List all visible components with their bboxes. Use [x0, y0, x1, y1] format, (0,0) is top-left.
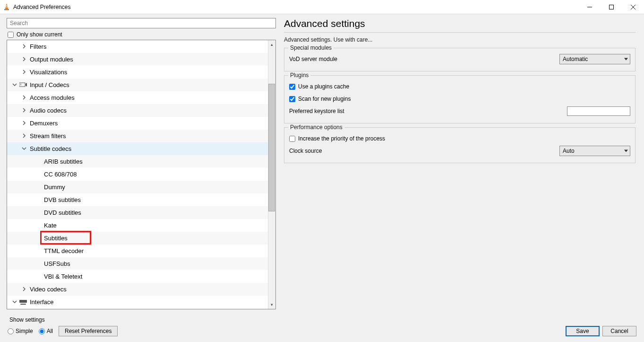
tree-item[interactable]: Subtitle codecs — [7, 142, 268, 155]
chevron-right-icon[interactable] — [20, 44, 28, 50]
tree-item[interactable]: TTML decoder — [7, 245, 268, 257]
tree-item[interactable]: Video codecs — [7, 283, 268, 296]
simple-radio-wrap[interactable]: Simple — [8, 328, 33, 334]
increase-priority-label: Increase the priority of the process — [298, 135, 385, 142]
group-special-modules-legend: Special modules — [288, 44, 334, 51]
chevron-right-icon[interactable] — [20, 70, 28, 75]
input-codecs-icon — [19, 82, 27, 89]
chevron-right-icon[interactable] — [20, 57, 28, 62]
show-settings-label: Show settings — [9, 316, 636, 323]
chevron-down-icon[interactable] — [11, 82, 18, 88]
footer: Show settings Simple All Reset Preferenc… — [0, 314, 644, 342]
svg-rect-3 — [4, 9, 9, 10]
page-subtitle: Advanced settings. Use with care... — [284, 36, 635, 43]
group-plugins-legend: Plugins — [288, 72, 310, 79]
window-controls — [579, 0, 644, 14]
svg-rect-9 — [20, 84, 21, 84]
tree-item-label: CC 608/708 — [44, 171, 77, 178]
tree-item[interactable]: Subtitles — [7, 232, 268, 245]
tree-item[interactable]: Demuxers — [7, 117, 268, 130]
tree-item-label: Interface — [30, 298, 54, 306]
tree-scrollbar-thumb[interactable] — [268, 84, 275, 211]
chevron-down-icon[interactable] — [20, 146, 28, 152]
group-performance: Performance options Increase the priorit… — [284, 127, 635, 163]
tree-item[interactable]: DVB subtitles — [7, 193, 268, 206]
reset-preferences-button[interactable]: Reset Preferences — [59, 326, 118, 336]
chevron-right-icon[interactable] — [20, 287, 28, 292]
save-button[interactable]: Save — [566, 326, 600, 336]
tree-item-label: Subtitles — [44, 235, 68, 242]
chevron-down-icon[interactable] — [11, 299, 18, 305]
tree-item[interactable]: Access modules — [7, 91, 268, 104]
tree-item[interactable]: Interface — [7, 296, 268, 308]
tree-scroll-up[interactable]: ▴ — [268, 41, 275, 48]
chevron-right-icon[interactable] — [20, 95, 28, 101]
tree-item-label: DVD subtitles — [44, 209, 81, 216]
tree-item[interactable]: Visualizations — [7, 66, 268, 79]
group-performance-legend: Performance options — [288, 124, 344, 131]
maximize-button[interactable] — [601, 0, 622, 14]
tree-item-label: USFSubs — [44, 260, 70, 267]
clock-source-value: Auto — [563, 148, 575, 154]
keystore-label: Preferred keystore list — [289, 108, 344, 114]
tree-item-label: Audio codecs — [30, 107, 67, 114]
svg-rect-1 — [6, 5, 8, 6]
divider — [284, 32, 635, 33]
clock-source-label: Clock source — [289, 148, 322, 154]
cancel-button[interactable]: Cancel — [602, 326, 636, 336]
tree-item[interactable]: ARIB subtitles — [7, 155, 268, 168]
tree-scroll-down[interactable]: ▾ — [268, 301, 275, 308]
use-plugins-cache-label: Use a plugins cache — [298, 83, 349, 90]
left-panel: Only show current FiltersOutput modulesV… — [0, 14, 276, 312]
svg-rect-8 — [19, 83, 25, 87]
tree-item[interactable]: Stream filters — [7, 130, 268, 142]
right-panel: Advanced settings Advanced settings. Use… — [276, 14, 644, 312]
close-button[interactable] — [622, 0, 644, 14]
chevron-right-icon[interactable] — [20, 121, 28, 126]
tree-item-label: ARIB subtitles — [44, 158, 83, 165]
only-show-current-checkbox[interactable] — [8, 32, 14, 38]
interface-icon — [19, 299, 27, 306]
clock-source-select[interactable]: Auto — [559, 146, 630, 156]
vod-server-select[interactable]: Automatic — [559, 54, 630, 64]
tree-item-label: Visualizations — [30, 69, 67, 76]
tree-item[interactable]: DVD subtitles — [7, 206, 268, 219]
chevron-right-icon[interactable] — [20, 108, 28, 114]
tree-item-label: TTML decoder — [44, 247, 84, 254]
keystore-input[interactable] — [567, 106, 630, 116]
tree-item-label: Dummy — [44, 184, 65, 191]
search-input[interactable] — [7, 18, 276, 28]
tree-item-label: Demuxers — [30, 120, 58, 127]
tree-item[interactable]: Kate — [7, 219, 268, 232]
tree-item[interactable]: Dummy — [7, 181, 268, 193]
tree-item[interactable]: VBI & Teletext — [7, 270, 268, 283]
tree-item[interactable]: CC 608/708 — [7, 168, 268, 181]
svg-rect-5 — [610, 5, 614, 9]
group-special-modules: Special modules VoD server module Automa… — [284, 48, 635, 71]
tree-container: FiltersOutput modulesVisualizationsInput… — [7, 40, 276, 309]
use-plugins-cache-checkbox[interactable] — [289, 84, 295, 90]
svg-marker-11 — [26, 83, 27, 87]
chevron-right-icon[interactable] — [20, 133, 28, 139]
svg-rect-12 — [19, 300, 27, 303]
all-radio-label: All — [47, 328, 53, 334]
window-title: Advanced Preferences — [13, 4, 70, 10]
tree-item[interactable]: USFSubs — [7, 257, 268, 270]
tree-item-label: Video codecs — [30, 286, 67, 293]
minimize-button[interactable] — [579, 0, 601, 14]
simple-radio-label: Simple — [16, 328, 33, 334]
scan-new-plugins-checkbox[interactable] — [289, 96, 295, 102]
tree-item[interactable]: Output modules — [7, 53, 268, 66]
all-radio-wrap[interactable]: All — [39, 328, 53, 334]
tree-item-label: Output modules — [30, 56, 73, 63]
simple-radio[interactable] — [8, 328, 14, 334]
all-radio[interactable] — [39, 328, 45, 334]
vod-server-value: Automatic — [563, 56, 588, 62]
tree-item[interactable]: Filters — [7, 40, 268, 53]
tree-item[interactable]: Audio codecs — [7, 104, 268, 117]
increase-priority-checkbox[interactable] — [289, 136, 295, 142]
svg-rect-2 — [6, 7, 8, 7]
tree-item[interactable]: Input / Codecs — [7, 79, 268, 91]
tree-item-label: Kate — [44, 222, 57, 229]
tree-item-label: Input / Codecs — [30, 81, 69, 88]
